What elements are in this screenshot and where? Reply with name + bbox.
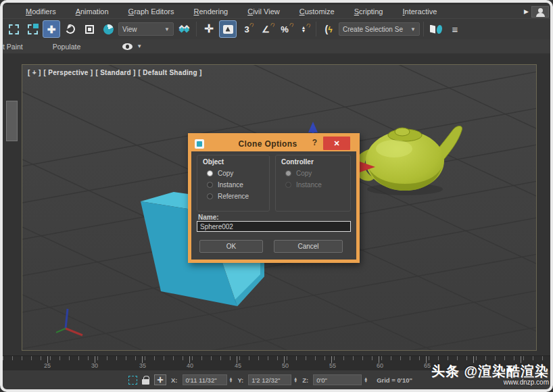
cancel-button[interactable]: Cancel <box>274 240 343 253</box>
named-selection-set-dropdown[interactable]: Create Selection Se ▼ <box>339 22 420 36</box>
name-input[interactable] <box>197 221 351 232</box>
object-group: Object Copy Instance Reference <box>197 155 270 212</box>
viewport-shading-label[interactable]: [ Default Shading ] <box>139 69 202 76</box>
y-coordinate-field[interactable]: 1'2 12/32" <box>248 374 291 385</box>
dialog-title-bar[interactable]: Clone Options ? ✕ <box>191 137 356 151</box>
angle-snap-icon: ∠∩ <box>262 25 270 34</box>
reference-coordsys-dropdown[interactable]: View ▼ <box>118 22 174 36</box>
reference-coordsys-value: View <box>122 26 160 33</box>
left-dock-handle[interactable] <box>6 101 18 141</box>
chevron-down-icon: ▼ <box>410 26 416 32</box>
spinner-arrows-icon[interactable]: ▲▼ <box>293 377 297 383</box>
viewport-menu-toggle[interactable]: [ + ] <box>28 69 41 76</box>
teapot-knob <box>395 128 410 136</box>
sign-in-user-icon[interactable] <box>531 6 549 18</box>
toolbar-separator <box>316 22 316 36</box>
window-crossing-button[interactable] <box>24 20 41 38</box>
dialog-body: Object Copy Instance Reference Controlle… <box>191 151 356 260</box>
ribbon-tab-bar: t Paint Populate ▼ <box>3 39 550 53</box>
menu-customize[interactable]: Customize <box>299 7 335 16</box>
radio-button-icon <box>207 193 213 199</box>
menu-scripting[interactable]: Scripting <box>354 7 383 16</box>
select-and-place-button[interactable] <box>99 20 117 38</box>
radio-button-icon <box>285 182 291 188</box>
main-toolbar: ✚ View ▼ ◆◆ ✛ 3∩ ∠∩ %∩ ▲▼∩ (ϟ Create Sel… <box>3 18 550 39</box>
align-icon: ≡ <box>452 24 458 35</box>
select-region-icon <box>9 24 19 34</box>
menu-interactive[interactable]: Interactive <box>403 7 437 16</box>
spinner-arrows-icon[interactable]: ▲▼ <box>364 377 368 383</box>
y-coordinate-label: Y: <box>237 376 243 384</box>
ribbon-tab-populate[interactable]: Populate <box>53 43 80 51</box>
chevron-right-icon[interactable]: ▶ <box>524 8 529 15</box>
placement-icon <box>102 23 114 35</box>
x-coordinate-field[interactable]: 0'11 11/32" <box>183 374 227 385</box>
radio-button-icon <box>207 170 213 176</box>
absolute-mode-icon[interactable]: ✛ <box>154 374 166 385</box>
ok-button[interactable]: OK <box>199 240 263 253</box>
radio-object-reference[interactable]: Reference <box>207 193 269 200</box>
teapot-highlight <box>376 140 412 157</box>
spinner-arrows-icon[interactable]: ▲▼ <box>229 377 233 383</box>
select-and-scale-button[interactable] <box>80 20 98 38</box>
align-button[interactable]: ≡ <box>446 20 464 38</box>
select-and-manipulate-button[interactable]: ✛ <box>200 20 218 38</box>
chevron-down-icon[interactable]: ▼ <box>137 43 142 49</box>
eye-icon[interactable] <box>122 43 133 50</box>
z-coordinate-label: Z: <box>302 376 308 384</box>
radio-button-icon <box>207 182 213 188</box>
use-pivot-center-button[interactable]: ◆◆ <box>175 20 193 38</box>
timeline[interactable]: 25 30 35 40 45 50 55 60 65 <box>3 356 550 370</box>
keyboard-override-button[interactable] <box>219 20 237 38</box>
select-region-button[interactable] <box>5 20 22 38</box>
menu-graph-editors[interactable]: Graph Editors <box>128 7 174 16</box>
controller-group-label: Controller <box>281 158 350 166</box>
radio-object-instance[interactable]: Instance <box>207 181 269 189</box>
menu-bar: Modifiers Animation Graph Editors Render… <box>3 5 550 18</box>
app-icon <box>195 139 204 149</box>
move-icon: ✚ <box>47 24 56 34</box>
menu-rendering[interactable]: Rendering <box>193 7 228 16</box>
menu-animation[interactable]: Animation <box>76 7 109 16</box>
viewport-view-label[interactable]: [ Perspective ] <box>44 69 93 76</box>
select-and-move-button[interactable]: ✚ <box>43 20 60 38</box>
percent-snap-icon: %∩ <box>281 25 289 34</box>
angle-snap-button[interactable]: ∠∩ <box>257 20 274 38</box>
clone-options-dialog: Clone Options ? ✕ Object Copy Instance R… <box>188 133 360 263</box>
toolbar-separator <box>423 22 424 36</box>
edit-named-selections-button[interactable]: (ϟ <box>320 20 337 38</box>
menu-civil-view[interactable]: Civil View <box>247 7 279 16</box>
viewport-standard-label[interactable]: [ Standard ] <box>95 69 135 76</box>
help-button[interactable]: ? <box>312 138 317 147</box>
named-selection-set-value: Create Selection Se <box>343 26 406 33</box>
timeline-tick: 50 <box>282 362 289 369</box>
chevron-down-icon: ▼ <box>164 26 170 32</box>
ribbon-tab-object-paint[interactable]: t Paint <box>3 43 23 51</box>
percent-snap-button[interactable]: %∩ <box>276 20 293 38</box>
magnet-icon: ∩ <box>248 20 256 28</box>
radio-controller-instance: Instance <box>285 181 350 189</box>
controller-group: Controller Copy Instance <box>275 155 351 212</box>
manipulate-icon: ✛ <box>204 24 213 34</box>
keyboard-icon <box>223 25 233 34</box>
spinner-snap-button[interactable]: ▲▼∩ <box>295 20 312 38</box>
window-crossing-icon <box>28 24 38 34</box>
menu-modifiers[interactable]: Modifiers <box>26 7 56 16</box>
timeline-ruler[interactable] <box>3 356 550 370</box>
object-group-label: Object <box>203 158 269 166</box>
close-button[interactable]: ✕ <box>323 137 350 150</box>
timeline-tick: 30 <box>91 362 98 369</box>
toolbar-separator <box>196 22 197 36</box>
radio-object-copy[interactable]: Copy <box>207 170 269 177</box>
name-label: Name: <box>198 214 219 221</box>
snap-toggle-3d-button[interactable]: 3∩ <box>238 20 256 38</box>
timeline-tick: 35 <box>139 362 146 369</box>
z-coordinate-field[interactable]: 0'0" <box>313 374 362 385</box>
radio-controller-copy: Copy <box>285 170 350 177</box>
timeline-tick: 40 <box>187 362 193 369</box>
mirror-button[interactable] <box>427 20 445 38</box>
selection-lock-icon[interactable] <box>142 379 149 385</box>
snap-3d-icon: 3∩ <box>244 25 249 34</box>
selection-region-icon[interactable] <box>128 376 137 385</box>
select-and-rotate-button[interactable] <box>62 20 79 38</box>
